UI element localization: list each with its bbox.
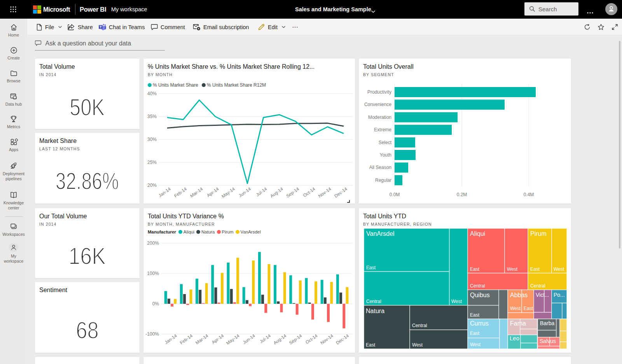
svg-text:Regular: Regular xyxy=(375,178,391,183)
svg-text:Central: Central xyxy=(470,283,485,289)
svg-text:Nov-14: Nov-14 xyxy=(320,333,334,345)
svg-text:East: East xyxy=(366,342,376,348)
svg-text:Apr-14: Apr-14 xyxy=(211,333,225,345)
svg-text:East: East xyxy=(470,266,480,272)
svg-text:Mar-14: Mar-14 xyxy=(195,333,209,345)
svg-text:200%: 200% xyxy=(147,240,159,246)
svg-text:0.0M: 0.0M xyxy=(390,192,400,197)
svg-text:West: West xyxy=(412,342,423,348)
svg-text:30%: 30% xyxy=(147,137,157,142)
svg-text:West: West xyxy=(554,266,564,272)
svg-text:Barba: Barba xyxy=(540,320,555,326)
svg-text:Jul-14: Jul-14 xyxy=(259,333,272,344)
svg-text:20%: 20% xyxy=(147,183,157,188)
svg-text:West: West xyxy=(451,299,462,304)
svg-text:25%: 25% xyxy=(147,160,157,165)
svg-text:East: East xyxy=(524,306,533,311)
svg-text:Apr-14: Apr-14 xyxy=(206,186,220,198)
svg-text:0.4M: 0.4M xyxy=(524,192,534,197)
svg-text:Mar-14: Mar-14 xyxy=(189,186,204,198)
svg-text:Jan-14: Jan-14 xyxy=(164,333,178,345)
svg-text:Oct-14: Oct-14 xyxy=(302,186,316,198)
svg-text:East: East xyxy=(470,312,480,318)
svg-text:Jun-14: Jun-14 xyxy=(242,333,256,345)
svg-text:Aliqui: Aliqui xyxy=(470,230,485,237)
svg-text:100%: 100% xyxy=(147,271,159,276)
svg-text:Quibus: Quibus xyxy=(470,292,490,298)
svg-text:West: West xyxy=(507,266,518,272)
svg-text:West: West xyxy=(470,342,481,347)
svg-text:Jul-14: Jul-14 xyxy=(255,186,268,197)
svg-text:Extreme: Extreme xyxy=(374,127,391,132)
svg-text:Central: Central xyxy=(412,323,427,328)
svg-text:Pirum: Pirum xyxy=(530,230,547,237)
svg-text:Vict...: Vict... xyxy=(536,292,549,298)
svg-text:East: East xyxy=(530,266,540,272)
svg-text:May-14: May-14 xyxy=(225,333,241,345)
svg-text:0.2M: 0.2M xyxy=(457,192,467,197)
svg-text:40%: 40% xyxy=(147,91,157,96)
svg-text:Po...: Po... xyxy=(554,292,565,298)
svg-text:East: East xyxy=(366,265,376,270)
svg-text:East: East xyxy=(470,331,480,336)
svg-text:VanArsdel: VanArsdel xyxy=(366,230,395,237)
svg-text:Dec-14: Dec-14 xyxy=(334,186,348,198)
svg-text:Jun-14: Jun-14 xyxy=(238,186,252,198)
svg-text:Central: Central xyxy=(530,283,545,289)
svg-text:Jan-14: Jan-14 xyxy=(157,186,171,198)
svg-text:Feb-14: Feb-14 xyxy=(179,333,194,345)
svg-text:Dec-14: Dec-14 xyxy=(335,333,350,345)
svg-text:-100%: -100% xyxy=(145,331,159,337)
svg-text:Select: Select xyxy=(379,140,392,145)
svg-text:Natura: Natura xyxy=(366,308,384,314)
svg-text:Moderation: Moderation xyxy=(368,115,391,120)
svg-text:West: West xyxy=(510,306,521,311)
svg-text:35%: 35% xyxy=(147,114,157,119)
svg-text:Sep-14: Sep-14 xyxy=(285,186,300,198)
svg-text:Fama: Fama xyxy=(510,320,526,327)
svg-text:All Season: All Season xyxy=(369,165,391,170)
svg-text:Youth: Youth xyxy=(380,152,391,158)
svg-text:Aug-14: Aug-14 xyxy=(269,186,284,198)
svg-text:Abbas: Abbas xyxy=(510,292,528,298)
svg-text:0%: 0% xyxy=(152,301,159,307)
svg-text:Nov-14: Nov-14 xyxy=(318,186,332,198)
svg-text:Oct-14: Oct-14 xyxy=(305,333,319,345)
svg-text:Productivity: Productivity xyxy=(367,89,391,95)
svg-text:Feb-14: Feb-14 xyxy=(173,186,188,198)
svg-text:Leo: Leo xyxy=(510,335,519,341)
svg-text:Salvus: Salvus xyxy=(540,338,556,344)
svg-text:May-14: May-14 xyxy=(221,186,236,199)
svg-text:Central: Central xyxy=(366,299,381,304)
svg-text:Sep-14: Sep-14 xyxy=(288,333,303,345)
svg-text:Currus: Currus xyxy=(470,320,489,327)
svg-text:Aug-14: Aug-14 xyxy=(273,333,287,345)
svg-text:Convenience: Convenience xyxy=(364,102,391,107)
